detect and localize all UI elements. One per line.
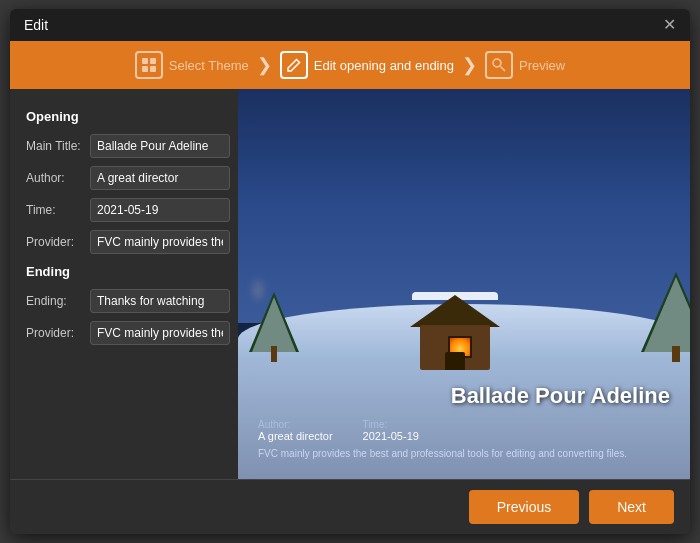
opening-section-label: Opening — [26, 109, 222, 124]
step-edit-opening[interactable]: Edit opening and ending — [280, 51, 454, 79]
right-preview: Ballade Pour Adeline Author: A great dir… — [238, 89, 690, 479]
time-row: Time: — [26, 198, 222, 222]
time-label: Time: — [26, 203, 84, 217]
preview-background: Ballade Pour Adeline Author: A great dir… — [238, 89, 690, 479]
wizard-sep-2: ❯ — [462, 54, 477, 76]
provider-ending-input[interactable] — [90, 321, 230, 345]
provider-ending-row: Provider: — [26, 321, 222, 345]
svg-rect-0 — [142, 58, 148, 64]
left-panel: Opening Main Title: Author: Time: Provid… — [10, 89, 238, 479]
provider-opening-label: Provider: — [26, 235, 84, 249]
main-title-label: Main Title: — [26, 139, 84, 153]
edit-dialog: Edit ✕ Select Theme ❯ E — [10, 9, 690, 534]
wizard-sep-1: ❯ — [257, 54, 272, 76]
step-edit-icon — [280, 51, 308, 79]
main-title-row: Main Title: — [26, 134, 222, 158]
step-theme-label: Select Theme — [169, 58, 249, 73]
author-row: Author: — [26, 166, 222, 190]
svg-line-5 — [500, 67, 505, 72]
ending-input[interactable] — [90, 289, 230, 313]
ending-row: Ending: — [26, 289, 222, 313]
step-preview-icon — [485, 51, 513, 79]
next-button[interactable]: Next — [589, 490, 674, 524]
provider-opening-input[interactable] — [90, 230, 230, 254]
preview-author: Author: A great director — [258, 419, 333, 442]
step-edit-label: Edit opening and ending — [314, 58, 454, 73]
preview-time-val: 2021-05-19 — [363, 430, 419, 442]
preview-provider-text: FVC mainly provides the best and profess… — [258, 448, 670, 459]
preview-meta: Author: A great director Time: 2021-05-1… — [258, 419, 670, 442]
author-label: Author: — [26, 171, 84, 185]
ending-label: Ending: — [26, 294, 84, 308]
preview-author-val: A great director — [258, 430, 333, 442]
provider-ending-label: Provider: — [26, 326, 84, 340]
step-preview[interactable]: Preview — [485, 51, 565, 79]
close-button[interactable]: ✕ — [663, 17, 676, 33]
footer: Previous Next — [10, 479, 690, 534]
svg-rect-2 — [142, 66, 148, 72]
svg-point-4 — [493, 59, 501, 67]
preview-overlay: Ballade Pour Adeline Author: A great dir… — [238, 89, 690, 479]
preview-time-key: Time: — [363, 419, 419, 430]
main-title-input[interactable] — [90, 134, 230, 158]
author-input[interactable] — [90, 166, 230, 190]
titlebar: Edit ✕ — [10, 9, 690, 41]
main-content: Opening Main Title: Author: Time: Provid… — [10, 89, 690, 479]
preview-time: Time: 2021-05-19 — [363, 419, 419, 442]
provider-opening-row: Provider: — [26, 230, 222, 254]
svg-rect-1 — [150, 58, 156, 64]
wizard-steps: Select Theme ❯ Edit opening and ending ❯… — [10, 41, 690, 89]
step-theme-icon — [135, 51, 163, 79]
dialog-title: Edit — [24, 17, 48, 33]
ending-section-label: Ending — [26, 264, 222, 279]
previous-button[interactable]: Previous — [469, 490, 579, 524]
step-select-theme[interactable]: Select Theme — [135, 51, 249, 79]
step-preview-label: Preview — [519, 58, 565, 73]
svg-rect-3 — [150, 66, 156, 72]
preview-title: Ballade Pour Adeline — [258, 383, 670, 409]
preview-author-key: Author: — [258, 419, 333, 430]
time-input[interactable] — [90, 198, 230, 222]
